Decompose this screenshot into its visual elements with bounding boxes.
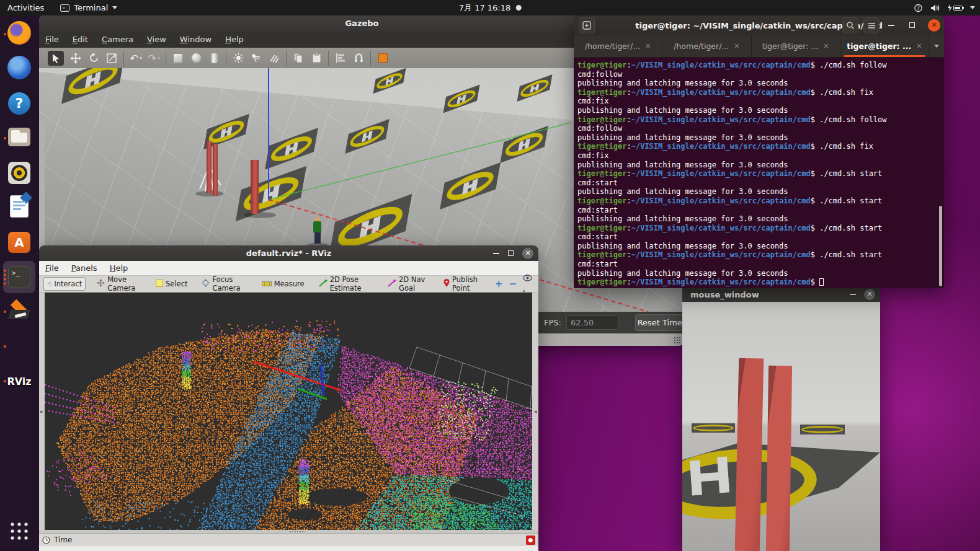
align-icon[interactable] — [334, 51, 347, 66]
tool-publish-point[interactable]: Publish Point — [440, 273, 487, 294]
dock-item-thunderbird[interactable] — [3, 53, 35, 85]
minimize-icon[interactable] — [888, 25, 894, 26]
dock-item-libreoffice-writer[interactable] — [3, 192, 35, 224]
mouse-window-3d-view[interactable] — [682, 302, 880, 551]
directional-light-icon[interactable] — [268, 51, 280, 66]
minimize-icon[interactable] — [850, 294, 856, 295]
tool-select[interactable]: Select — [153, 278, 190, 291]
paste-icon[interactable] — [310, 51, 323, 66]
terminal-line: tiger@tiger:~/VISIM_single/catkin_ws/src… — [577, 88, 944, 97]
gazebo-menu-view[interactable]: View — [147, 35, 166, 44]
rviz-menu-file[interactable]: File — [45, 263, 59, 273]
zoom-out-icon[interactable]: − — [509, 278, 517, 289]
redo-icon[interactable]: ↷▾ — [148, 51, 160, 66]
rviz-title: default.rviz* - RViz — [246, 249, 331, 258]
scale-icon[interactable] — [105, 51, 118, 66]
spot-light-icon[interactable] — [250, 51, 262, 66]
search-icon[interactable] — [842, 17, 858, 33]
tab-close-icon[interactable]: ✕ — [823, 42, 829, 50]
reset-time-button[interactable]: Reset Time — [635, 314, 685, 331]
zoom-in-icon[interactable]: + — [495, 278, 503, 289]
terminal-output[interactable]: tiger@tiger:~/VISIM_single/catkin_ws/src… — [574, 58, 944, 288]
tab-close-icon[interactable]: ✕ — [734, 42, 739, 50]
terminal-tab-2[interactable]: /home/tiger/...✕ — [662, 35, 751, 57]
time-panel-close-icon[interactable]: ● — [526, 536, 535, 545]
tool-interact[interactable]: ☝Interact — [43, 277, 86, 291]
terminal-line: tiger@tiger:~/VISIM_single/catkin_ws/src… — [577, 196, 944, 206]
translate-icon[interactable] — [69, 51, 82, 66]
dock-item-help[interactable]: ? — [3, 87, 35, 120]
tool-move-camera[interactable]: Move Camera — [94, 273, 145, 294]
tool-focus-camera[interactable]: Focus Camera — [198, 273, 250, 294]
terminal-tab-4[interactable]: tiger@tiger: ...✕ — [840, 35, 929, 57]
snap-icon[interactable] — [352, 51, 365, 66]
terminal-line: publishing and latching message for 3.0 … — [577, 133, 944, 143]
dock-item-terminal[interactable]: >_ — [3, 261, 35, 293]
time-panel-label: Time — [54, 536, 72, 544]
tool-label: 2D Nav Goal — [399, 275, 429, 293]
terminal-tab-1[interactable]: /home/tiger/...✕ — [574, 35, 662, 57]
gazebo-menu-help[interactable]: Help — [225, 35, 244, 44]
activities-button[interactable]: Activities — [7, 3, 44, 12]
toolbar-separator — [166, 51, 166, 66]
dock-item-files[interactable] — [3, 122, 35, 154]
building-editor-icon[interactable] — [376, 51, 389, 66]
tool-2d-nav-goal[interactable]: 2D Nav Goal — [385, 273, 432, 294]
sphere-icon[interactable] — [190, 51, 202, 66]
tool-measure[interactable]: Measure — [259, 278, 308, 290]
terminal-tab-3[interactable]: tiger@tiger: ...✕ — [752, 35, 840, 57]
app-menu[interactable]: >_ Terminal — [60, 3, 117, 12]
close-icon[interactable]: ✕ — [522, 248, 533, 259]
close-icon[interactable]: ✕ — [864, 289, 875, 300]
fps-field[interactable]: 62.50 — [566, 315, 619, 330]
dock-item-show-applications[interactable] — [3, 516, 35, 549]
terminal-scrollbar[interactable] — [939, 206, 942, 286]
dock-item-gazebo[interactable] — [3, 296, 35, 328]
views-panel-splitter[interactable]: ◀ — [532, 293, 538, 530]
gazebo-menu-file[interactable]: File — [45, 35, 59, 44]
resize-grip[interactable] — [674, 337, 681, 344]
rviz-menu-panels[interactable]: Panels — [71, 263, 97, 273]
box-icon[interactable] — [172, 51, 184, 66]
tab-close-icon[interactable]: ✕ — [916, 42, 922, 50]
maximize-icon[interactable] — [909, 22, 915, 28]
tab-list-chevron-icon[interactable] — [929, 35, 944, 57]
dock-item-ubuntu-software[interactable]: A — [3, 226, 35, 258]
menu-icon[interactable] — [863, 17, 880, 33]
terminal-line: tiger@tiger:~/VISIM_single/catkin_ws/src… — [577, 115, 944, 125]
rotate-icon[interactable] — [87, 51, 100, 66]
chevron-down-icon — [970, 6, 975, 9]
copy-icon[interactable] — [292, 51, 305, 66]
cylinder-icon[interactable] — [208, 51, 220, 66]
tab-close-icon[interactable]: ✕ — [645, 42, 651, 50]
system-status-menu[interactable]: ? — [914, 4, 975, 12]
point-light-icon[interactable] — [232, 51, 244, 66]
dock-item-rviz[interactable]: RViz — [3, 365, 35, 397]
dock-item-unknown-app[interactable] — [3, 330, 35, 363]
maximize-icon[interactable] — [508, 250, 514, 256]
tool-2d-pose-estimate[interactable]: 2D Pose Estimate — [316, 273, 376, 294]
gazebo-menu-window[interactable]: Window — [180, 35, 212, 44]
rviz-titlebar[interactable]: default.rviz* - RViz — [39, 245, 538, 261]
select-arrow-icon[interactable] — [48, 51, 64, 66]
tool-label: Focus Camera — [212, 275, 247, 293]
undo-icon[interactable]: ↶▾ — [130, 51, 142, 66]
files-icon — [8, 128, 30, 149]
dock-item-firefox[interactable] — [3, 18, 35, 50]
tool-label: 2D Pose Estimate — [330, 275, 373, 293]
gazebo-menu-camera[interactable]: Camera — [102, 35, 133, 44]
displays-panel-splitter[interactable]: ▶ — [39, 293, 45, 530]
eye-icon[interactable]: ▾ — [523, 273, 532, 295]
close-icon[interactable]: ✕ — [928, 19, 940, 32]
clock-label: 7月 17 16:18 — [459, 2, 511, 14]
dock-item-rhythmbox[interactable] — [3, 157, 35, 189]
minimize-icon[interactable] — [493, 253, 499, 254]
rviz-toolbar: ☝InteractMove CameraSelectFocus CameraMe… — [39, 276, 538, 293]
tab-label: /home/tiger/... — [674, 42, 729, 51]
gazebo-menu-edit[interactable]: Edit — [73, 35, 88, 44]
rviz-menu-help[interactable]: Help — [110, 263, 128, 273]
new-tab-icon[interactable] — [579, 17, 595, 33]
terminal-titlebar[interactable]: tiger@tiger: ~/VISIM_single/catkin_ws/sr… — [574, 15, 944, 35]
rviz-3d-viewport[interactable]: ▶ ◀ — [39, 293, 538, 530]
clock-menu[interactable]: 7月 17 16:18 — [459, 2, 522, 14]
